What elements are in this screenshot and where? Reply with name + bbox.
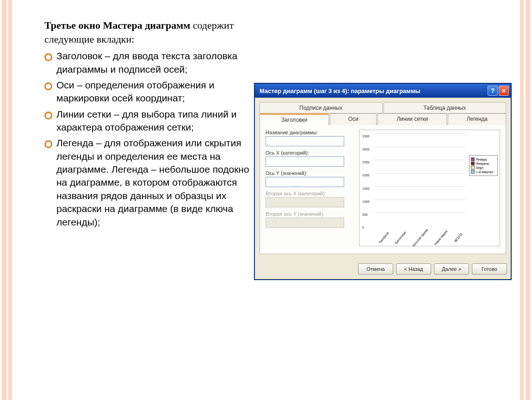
input-axis-x2: [266, 197, 344, 207]
x-label: ВСЕГО: [452, 230, 476, 254]
legend-label: Март: [476, 166, 484, 169]
list-item: Оси – определения отображения и маркиров…: [44, 79, 254, 105]
x-axis-labels: ТрюфеляБатончикиЗолотой фазанНаша маркаВ…: [374, 228, 465, 245]
explanation-text: Третье окно Мастера диаграмм содержит сл…: [28, 14, 254, 386]
legend-label: 1-й квартал: [476, 170, 494, 174]
intro-paragraph: Третье окно Мастера диаграмм содержит сл…: [44, 19, 254, 46]
decorative-bar: [2, 0, 6, 400]
next-button[interactable]: Далее >: [434, 263, 469, 275]
tab-gridlines[interactable]: Линии сетки: [377, 113, 447, 125]
window-title: Мастер диаграмм (шаг 3 из 4): параметры …: [260, 88, 421, 94]
tab-titles[interactable]: Заголовки: [260, 113, 329, 125]
legend-swatch: [471, 166, 475, 169]
legend-item: Февраль: [471, 162, 496, 165]
legend-swatch: [471, 170, 475, 174]
tab-row-bottom: Заголовки Оси Линии сетки Легенда: [260, 113, 506, 125]
tab-data-labels[interactable]: Подписи данных: [260, 102, 383, 113]
y-axis-ticks: 0500100015002000250030003500: [362, 133, 374, 227]
back-button[interactable]: < Назад: [396, 263, 431, 275]
legend-box: ЯнварьФевральМарт1-й квартал: [469, 155, 498, 176]
list-item: Заголовок – для ввода текста заголовка д…: [44, 50, 254, 76]
form-area: Название диаграммы: Ось X (категорий): О…: [266, 130, 353, 246]
cancel-button[interactable]: Отмена: [358, 263, 393, 275]
tab-row-top: Подписи данных Таблица данных: [260, 102, 506, 113]
list-item: Легенда – для отображения или скрытия ле…: [44, 137, 254, 228]
list-item: Линии сетки – для выбора типа линий и ха…: [44, 108, 254, 134]
input-axis-x[interactable]: [266, 156, 344, 167]
button-bar: Отмена < Назад Далее > Готово: [255, 259, 511, 279]
bullet-list: Заголовок – для ввода текста заголовка д…: [28, 50, 254, 228]
label-axis-y2: Вторая ось Y (значений):: [266, 211, 353, 217]
titlebar[interactable]: Мастер диаграмм (шаг 3 из 4): параметры …: [255, 84, 511, 98]
input-axis-y[interactable]: [266, 177, 344, 187]
legend-swatch: [471, 162, 475, 165]
finish-button[interactable]: Готово: [472, 263, 507, 275]
legend-item: Январь: [471, 157, 496, 161]
decorative-bar: [526, 0, 530, 400]
decorative-bar: [8, 0, 12, 400]
close-button[interactable]: ×: [499, 86, 509, 96]
chart-wizard-window: Мастер диаграмм (шаг 3 из 4): параметры …: [254, 83, 511, 280]
legend-item: 1-й квартал: [471, 170, 496, 174]
help-button[interactable]: ?: [488, 86, 498, 96]
legend-item: Март: [471, 166, 496, 169]
label-axis-x2: Вторая ось X (категорий):: [266, 191, 353, 196]
input-axis-y2: [266, 218, 344, 228]
legend-label: Февраль: [476, 162, 489, 165]
decorative-bar: [520, 0, 524, 400]
intro-bold: Третье окно Мастера диаграмм: [44, 19, 190, 31]
tab-axes[interactable]: Оси: [330, 113, 377, 125]
label-chart-title: Название диаграммы:: [266, 130, 353, 135]
tab-panel: Название диаграммы: Ось X (категорий): О…: [260, 125, 506, 254]
input-chart-title[interactable]: [266, 136, 344, 146]
tab-legend[interactable]: Легенда: [448, 113, 506, 125]
label-axis-x: Ось X (категорий):: [266, 150, 353, 156]
legend-swatch: [471, 157, 475, 161]
label-axis-y: Ось Y (значений):: [266, 170, 353, 176]
chart-preview: 0500100015002000250030003500 ЯнварьФевра…: [359, 130, 500, 246]
plot-area: [374, 134, 465, 226]
legend-label: Январь: [476, 158, 487, 161]
tab-data-table[interactable]: Таблица данных: [384, 102, 507, 113]
